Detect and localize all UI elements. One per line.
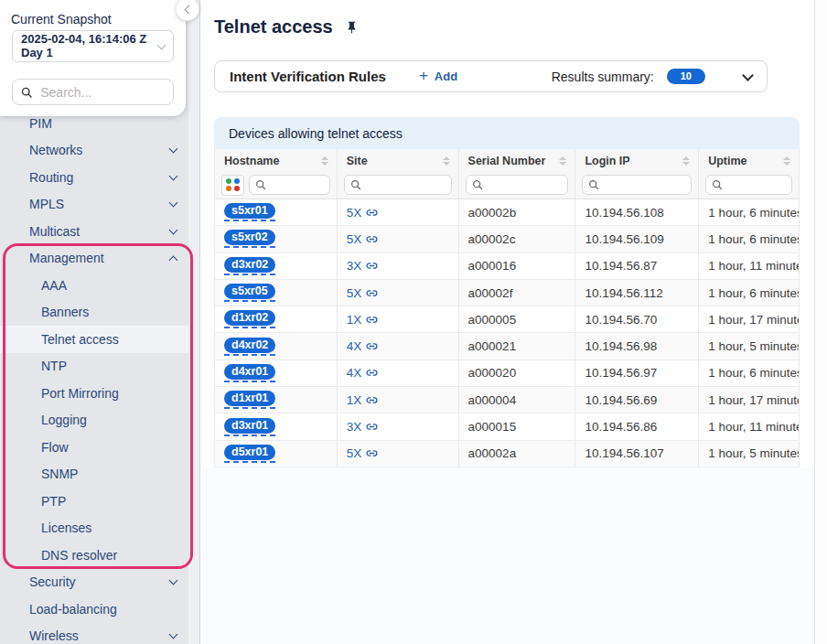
hostname-link[interactable]: s5xr01 xyxy=(224,203,275,221)
hostname-link[interactable]: s5xr02 xyxy=(224,230,275,248)
sidebar-search[interactable] xyxy=(12,79,174,105)
hostname-link[interactable]: s5xr05 xyxy=(224,284,275,302)
hostname-badge: d1xr01 xyxy=(224,391,275,406)
sidebar-item-port-mirroring[interactable]: Port Mirroring xyxy=(0,380,189,407)
site-link[interactable]: 1X xyxy=(347,313,379,327)
sidebar-item-flow[interactable]: Flow xyxy=(0,434,189,461)
site-label: 1X xyxy=(347,393,362,407)
sidebar-item-routing[interactable]: Routing xyxy=(0,164,189,191)
sidebar-item-telnet-access[interactable]: Telnet access xyxy=(0,326,189,353)
pin-icon[interactable] xyxy=(345,20,359,35)
site-link[interactable]: 4X xyxy=(347,366,379,380)
serial-number-cell: a000015 xyxy=(459,413,576,439)
hostname-link[interactable]: d3xr01 xyxy=(224,418,275,436)
column-header-login-ip[interactable]: Login IP xyxy=(575,149,699,171)
hostname-link[interactable]: d5xr01 xyxy=(224,445,275,463)
chevron-down-icon[interactable] xyxy=(742,70,754,81)
serial-number-cell: a00002f xyxy=(459,280,576,306)
column-header-hostname[interactable]: Hostname xyxy=(215,149,338,171)
site-label: 5X xyxy=(347,446,362,460)
sidebar-item-label: Flow xyxy=(41,440,177,455)
site-link[interactable]: 5X xyxy=(347,446,379,460)
hostname-link[interactable]: d4xr01 xyxy=(224,364,275,382)
sidebar-item-label: NTP xyxy=(41,359,177,373)
hostname-link[interactable]: d1xr01 xyxy=(224,391,275,409)
link-icon xyxy=(366,233,378,245)
column-header-uptime[interactable]: Uptime xyxy=(699,149,800,171)
site-label: 3X xyxy=(347,420,362,434)
sidebar-item-label: AAA xyxy=(41,278,177,293)
hostname-cell: d3xr01 xyxy=(215,413,338,439)
site-label: 1X xyxy=(347,313,362,327)
sidebar-item-mpls[interactable]: MPLS xyxy=(0,191,189,219)
color-filter-icon[interactable] xyxy=(221,175,244,196)
site-link[interactable]: 3X xyxy=(347,259,379,273)
search-icon xyxy=(21,86,32,99)
sidebar-item-dns-resolver[interactable]: DNS resolver xyxy=(0,542,189,569)
sort-icon[interactable] xyxy=(443,156,450,166)
filter-input-serial-number[interactable] xyxy=(466,175,569,195)
sidebar-item-ptp[interactable]: PTP xyxy=(0,488,189,515)
sort-icon[interactable] xyxy=(682,156,690,166)
site-link[interactable]: 3X xyxy=(347,420,379,434)
sidebar-item-banners[interactable]: Banners xyxy=(0,299,189,327)
main-scrollbar[interactable] xyxy=(814,0,827,644)
sidebar-item-label: Networks xyxy=(29,143,170,157)
sidebar-item-snmp[interactable]: SNMP xyxy=(0,461,189,488)
site-link[interactable]: 5X xyxy=(347,232,379,246)
search-icon xyxy=(712,179,723,190)
column-header-serial-number[interactable]: Serial Number xyxy=(459,149,576,171)
sort-icon[interactable] xyxy=(559,156,566,166)
hostname-link[interactable]: d4xr02 xyxy=(224,338,275,356)
sort-icon[interactable] xyxy=(783,156,790,166)
login-ip-cell: 10.194.56.108 xyxy=(575,199,699,225)
sidebar-item-networks[interactable]: Networks xyxy=(0,137,189,165)
sidebar-item-licenses[interactable]: Licenses xyxy=(0,515,189,542)
hostname-link[interactable]: d3xr02 xyxy=(224,257,275,275)
serial-number-cell: a00002a xyxy=(459,441,576,467)
page-header: Telnet access xyxy=(214,16,359,38)
site-link[interactable]: 1X xyxy=(347,393,379,407)
table-row: d4xr024Xa00002110.194.56.981 hour, 5 min… xyxy=(215,333,800,360)
link-icon xyxy=(366,260,378,272)
add-button[interactable]: + Add xyxy=(414,69,463,84)
site-link[interactable]: 5X xyxy=(347,206,379,220)
sidebar-item-logging[interactable]: Logging xyxy=(0,407,189,435)
search-icon xyxy=(255,179,266,190)
uptime-cell: 1 hour, 11 minutes xyxy=(699,413,800,439)
table-row: d3xr013Xa00001510.194.56.861 hour, 11 mi… xyxy=(215,413,800,440)
results-count-badge[interactable]: 10 xyxy=(667,69,705,84)
login-ip-cell: 10.194.56.97 xyxy=(575,360,699,386)
filter-input-site[interactable] xyxy=(344,175,452,195)
hostname-link[interactable]: d1xr02 xyxy=(224,310,275,328)
uptime-cell: 1 hour, 17 minutes xyxy=(699,387,800,413)
sidebar-item-ntp[interactable]: NTP xyxy=(0,353,189,381)
filter-cell-uptime xyxy=(699,171,800,199)
table-filter-row xyxy=(215,171,800,199)
link-icon xyxy=(366,447,378,459)
sidebar-item-wireless[interactable]: Wireless xyxy=(0,623,189,644)
sidebar-item-security[interactable]: Security xyxy=(0,569,189,596)
sidebar-item-management[interactable]: Management xyxy=(0,245,189,273)
chevron-down-icon xyxy=(157,40,166,49)
column-header-site[interactable]: Site xyxy=(338,149,459,171)
link-icon xyxy=(366,367,378,379)
site-link[interactable]: 5X xyxy=(347,286,379,300)
results-summary: Results summary: 10 xyxy=(552,69,752,84)
sidebar-item-multicast[interactable]: Multicast xyxy=(0,218,189,245)
sidebar-item-load-balancing[interactable]: Load-balancing xyxy=(0,596,189,623)
uptime-cell: 1 hour, 6 minutes xyxy=(699,199,800,225)
search-icon xyxy=(472,179,483,190)
filter-input-uptime[interactable] xyxy=(705,175,792,195)
sidebar-item-aaa[interactable]: AAA xyxy=(0,272,189,299)
snapshot-select[interactable]: 2025-02-04, 16:14:06 Z Day 1 xyxy=(12,30,174,62)
site-link[interactable]: 4X xyxy=(347,339,379,353)
filter-input-hostname[interactable] xyxy=(249,175,330,195)
filter-cell-site xyxy=(338,171,459,199)
search-input[interactable] xyxy=(38,84,165,101)
sort-icon[interactable] xyxy=(321,156,328,166)
table-header-row: HostnameSiteSerial NumberLogin IPUptime xyxy=(215,149,800,171)
filter-cell-login-ip xyxy=(575,171,699,199)
filter-input-login-ip[interactable] xyxy=(582,175,692,195)
sidebar-scroll-gutter[interactable] xyxy=(188,0,199,644)
